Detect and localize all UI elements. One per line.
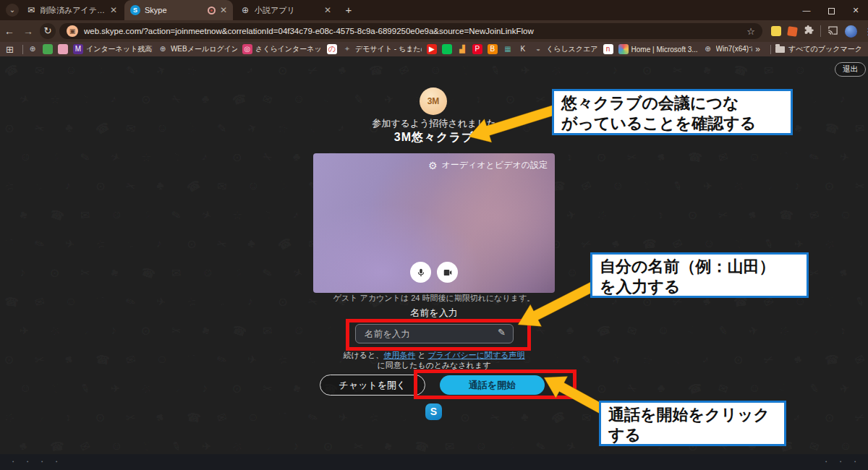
microphone-button[interactable]: [410, 262, 431, 283]
camera-button[interactable]: [437, 262, 458, 283]
globe-icon: ⊕: [703, 44, 713, 54]
apps-grid-icon[interactable]: ⊞: [6, 44, 14, 55]
bookmark-item[interactable]: [43, 44, 53, 54]
orange-extension-icon[interactable]: [787, 26, 798, 37]
annotation-enter-name: 自分の名前（例：山田） を入力する: [590, 252, 809, 298]
bookmark-item[interactable]: ⊕: [27, 44, 38, 54]
tab-title: Skype: [145, 6, 203, 14]
bookmark-star-icon[interactable]: ☆: [746, 26, 755, 37]
bookmark-item[interactable]: K: [518, 44, 528, 54]
close-tab-icon[interactable]: ✕: [110, 6, 117, 14]
reload-button[interactable]: ↻: [40, 23, 56, 39]
back-button[interactable]: ←: [0, 25, 19, 37]
forward-button[interactable]: →: [19, 25, 38, 37]
terms-line1: 続けると、使用条件 と プライバシーに関する声明: [0, 350, 868, 361]
sakura-site-icon: ◎: [242, 44, 252, 54]
annotation-click-start-call: 通話を開始をクリック する: [599, 401, 786, 446]
demo-site-icon: ✦: [342, 44, 352, 54]
site-icon[interactable]: ▣: [67, 25, 78, 37]
bookmark-item[interactable]: ▟: [457, 44, 467, 54]
toolbar-divider: [820, 25, 821, 37]
exit-button[interactable]: 退出: [835, 62, 866, 77]
globe-icon: ⊕: [158, 44, 168, 54]
pinterest-icon: P: [472, 44, 482, 54]
grid-site-icon: ▦: [503, 44, 513, 54]
tab-title: 小説アプリ: [255, 5, 320, 16]
no-site-icon: の: [327, 44, 337, 54]
close-tab-icon[interactable]: ✕: [220, 6, 227, 14]
close-window-button[interactable]: ✕: [843, 0, 868, 20]
bookmark-item[interactable]: M インターネット残高照...: [73, 44, 153, 54]
privacy-statement-link[interactable]: プライバシーに関する声明: [428, 351, 525, 359]
gear-icon: ⚙: [428, 160, 438, 171]
tab-strip: ⌄ ✉ 削除済みアイテム - メール - yasud... ✕ S Skype …: [0, 0, 868, 20]
footer-links-left: ・・・・: [6, 457, 64, 467]
bookmark-item[interactable]: B: [488, 44, 498, 54]
browser-window: ⌄ ✉ 削除済みアイテム - メール - yasud... ✕ S Skype …: [0, 0, 868, 470]
bookmark-item[interactable]: ⊕ WEBメールログイン-0...: [158, 44, 237, 54]
cast-icon[interactable]: [827, 25, 838, 38]
highlight-box-name-input: [346, 319, 531, 351]
bookmark-item[interactable]: Home | Microsoft 3...: [618, 44, 698, 54]
extension-cluster: ⋮: [771, 25, 868, 38]
skype-logo: S: [425, 403, 442, 420]
menu-kebab-icon[interactable]: ⋮: [864, 26, 868, 37]
bookmark-item[interactable]: n: [603, 44, 613, 54]
bookmark-item[interactable]: の: [327, 44, 337, 54]
bookmark-item[interactable]: ▦: [503, 44, 513, 54]
tab-search-icon[interactable]: ⌄: [6, 4, 19, 17]
minimize-button[interactable]: —: [794, 0, 819, 20]
skype-icon: S: [130, 5, 140, 15]
n-site-icon: n: [603, 44, 613, 54]
bookmarks-overflow-icon[interactable]: »: [755, 44, 760, 54]
tab-title: 削除済みアイテム - メール - yasud...: [41, 5, 106, 16]
bookmark-item[interactable]: [442, 44, 452, 54]
meeting-avatar: 3M: [420, 87, 447, 115]
m-site-icon: M: [73, 44, 83, 54]
footer-separator: ・: [53, 457, 60, 467]
kurashi-site-icon: ◒: [533, 44, 543, 54]
tab-mail[interactable]: ✉ 削除済みアイテム - メール - yasud... ✕: [20, 0, 123, 20]
bookmark-item[interactable]: ▶: [427, 44, 437, 54]
bookmarks-divider: [22, 45, 23, 54]
footer-separator: ・: [837, 457, 844, 467]
browser-toolbar: ← → ↻ ▣ web.skype.com/?action=joinmeetno…: [0, 20, 868, 42]
bookmark-item[interactable]: [58, 44, 68, 54]
media-recording-icon: [208, 7, 216, 14]
open-chat-button[interactable]: チャットを開く: [320, 375, 425, 396]
camera-icon: [442, 268, 454, 278]
b-site-icon: B: [488, 44, 498, 54]
bookmark-item[interactable]: P: [472, 44, 482, 54]
folder-icon: [775, 46, 785, 53]
highlight-box-start-call: [414, 369, 576, 399]
extensions-puzzle-icon[interactable]: [804, 25, 814, 38]
bookmark-item[interactable]: ✦ デモサイト - ちまたの会...: [342, 44, 422, 54]
terms-of-use-link[interactable]: 使用条件: [383, 351, 415, 359]
footer-separator: ・: [822, 457, 830, 467]
ms-home-icon: [618, 44, 629, 54]
annotation-check-meeting: 悠々クラブの会議につな がっていることを確認する: [552, 89, 793, 135]
bookmark-item[interactable]: ◎ さくらインターネットサー...: [242, 44, 322, 54]
new-tab-button[interactable]: +: [341, 3, 356, 17]
bookmark-item[interactable]: ⊕ Win7(x64)でレコポ95...: [703, 44, 753, 54]
green-site-icon: [43, 44, 53, 54]
yellow-extension-icon[interactable]: [771, 26, 781, 36]
all-bookmarks-button[interactable]: すべてのブックマーク: [788, 44, 862, 54]
bookmarks-divider: [770, 45, 771, 54]
tab-skype[interactable]: S Skype ✕: [124, 0, 233, 20]
url-bar[interactable]: ▣ web.skype.com/?action=joinmeetnow&corr…: [59, 23, 762, 39]
url-text[interactable]: web.skype.com/?action=joinmeetnow&correl…: [84, 27, 742, 35]
pink-site-icon: [58, 44, 68, 54]
footer-separator: ・: [38, 457, 46, 467]
name-input-label: 名前を入力: [0, 307, 868, 320]
profile-avatar[interactable]: [845, 25, 857, 38]
youtube-icon: ▶: [427, 44, 437, 54]
tab-novel-app[interactable]: ⊕ 小説アプリ ✕: [234, 0, 337, 20]
audio-video-settings-button[interactable]: ⚙ オーディオとビデオの設定: [428, 159, 548, 171]
bookmark-item[interactable]: ◒ くらしスクエア: [533, 44, 598, 54]
maximize-button[interactable]: [819, 0, 843, 20]
preview-controls: [313, 262, 555, 283]
audio-video-settings-label: オーディオとビデオの設定: [441, 159, 548, 171]
close-tab-icon[interactable]: ✕: [324, 6, 331, 14]
footer-separator: ・: [9, 457, 17, 467]
